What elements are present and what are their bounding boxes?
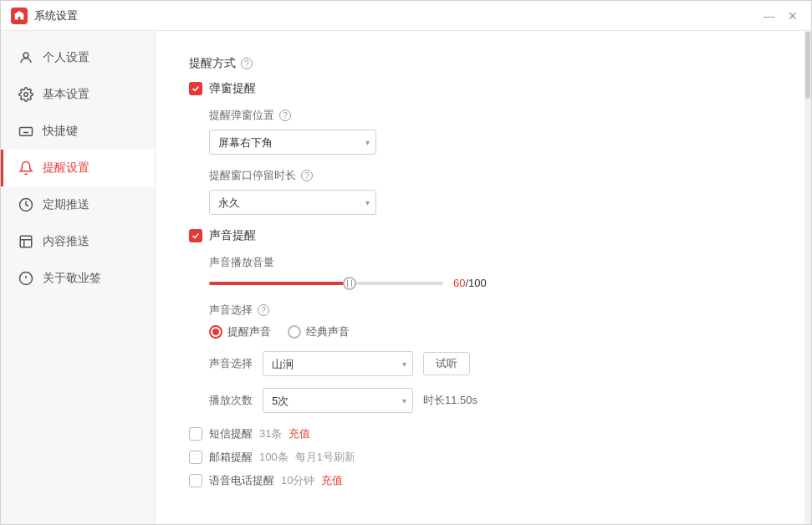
popup-reminder-checkbox[interactable] (189, 82, 202, 95)
scrollbar-thumb[interactable] (805, 32, 810, 99)
sound-volume-value: 60/100 (453, 277, 487, 289)
popup-duration-help-icon[interactable]: ? (301, 170, 313, 181)
sound-reminder-row: 声音提醒 (189, 228, 771, 243)
sidebar-item-reminder[interactable]: 提醒设置 (1, 150, 155, 186)
close-button[interactable]: ✕ (784, 8, 801, 24)
keyboard-icon (18, 123, 34, 140)
sound-select-label: 声音选择 (209, 356, 253, 371)
reminder-method-title: 提醒方式 ? (189, 56, 771, 71)
duration-text: 时长11.50s (423, 393, 477, 408)
sidebar-label-personal: 个人设置 (43, 50, 89, 65)
sms-reminder-checkbox[interactable] (189, 427, 202, 441)
sound-reminder-label: 声音提醒 (209, 228, 256, 243)
play-count-label: 播放次数 (209, 393, 253, 408)
sound-volume-fill (209, 282, 350, 285)
scrollbar[interactable] (804, 31, 811, 524)
info-icon (18, 270, 34, 287)
email-reminder-label: 邮箱提醒 (209, 450, 253, 465)
radio-classic-sound[interactable]: 经典声音 (288, 324, 350, 339)
sound-volume-slider-container: 60/100 (209, 277, 771, 289)
play-count-row: 播放次数 1次 2次 3次 5次 10次 ▾ 时长11.50s (209, 388, 771, 413)
voice-reminder-checkbox[interactable] (189, 474, 202, 487)
sound-select-row: 声音选择 山涧 清风 铃声 钢琴 ▾ 试听 (209, 351, 771, 376)
user-icon (18, 49, 34, 66)
svg-rect-2 (20, 128, 33, 136)
email-reminder-extra: 每月1号刷新 (295, 450, 355, 465)
sidebar-label-schedule: 定期推送 (43, 197, 89, 212)
popup-reminder-row: 弹窗提醒 (189, 81, 771, 96)
popup-duration-select[interactable]: 永久 5秒 10秒 30秒 1分钟 (209, 190, 376, 215)
svg-point-0 (23, 53, 28, 58)
sound-volume-section: 声音播放音量 60/100 (189, 255, 771, 289)
email-reminder-checkbox[interactable] (189, 451, 202, 464)
popup-position-select[interactable]: 屏幕右下角 屏幕左下角 屏幕右上角 屏幕左上角 (209, 130, 376, 155)
popup-duration-section: 提醒窗口停留时长 ? 永久 5秒 10秒 30秒 1分钟 ▾ (189, 168, 771, 215)
reminder-method-help-icon[interactable]: ? (241, 58, 253, 69)
sound-choice-help-icon[interactable]: ? (258, 304, 269, 316)
sound-select-wrapper: 山涧 清风 铃声 钢琴 ▾ (263, 351, 413, 376)
popup-position-help-icon[interactable]: ? (279, 110, 291, 121)
main-content: 个人设置 基本设置 快捷键 (1, 31, 811, 524)
sound-select[interactable]: 山涧 清风 铃声 钢琴 (263, 351, 413, 376)
popup-duration-select-wrapper: 永久 5秒 10秒 30秒 1分钟 ▾ (209, 190, 376, 215)
sidebar-label-basic: 基本设置 (43, 87, 89, 102)
radio-reminder-sound-label: 提醒声音 (227, 324, 271, 339)
popup-duration-label: 提醒窗口停留时长 ? (209, 168, 771, 183)
sidebar-item-about[interactable]: 关于敬业签 (1, 260, 155, 297)
window-title: 系统设置 (34, 8, 761, 23)
svg-point-1 (24, 93, 28, 97)
popup-position-select-wrapper: 屏幕右下角 屏幕左下角 屏幕右上角 屏幕左上角 ▾ (209, 130, 376, 155)
sound-choice-section: 声音选择 ? 提醒声音 经典声音 (189, 303, 771, 413)
sidebar-label-about: 关于敬业签 (43, 271, 101, 286)
popup-position-label: 提醒弹窗位置 ? (209, 108, 771, 123)
play-count-select[interactable]: 1次 2次 3次 5次 10次 (263, 388, 413, 413)
sidebar-item-schedule[interactable]: 定期推送 (1, 186, 155, 223)
email-reminder-row: 邮箱提醒 100条 每月1号刷新 (189, 450, 771, 465)
voice-reminder-row: 语音电话提醒 10分钟 充值 (189, 473, 771, 488)
play-count-select-wrapper: 1次 2次 3次 5次 10次 ▾ (263, 388, 413, 413)
sidebar-label-reminder: 提醒设置 (43, 161, 89, 176)
voice-reminder-count: 10分钟 (281, 473, 314, 488)
minimize-button[interactable]: — (761, 8, 778, 24)
sidebar: 个人设置 基本设置 快捷键 (1, 31, 156, 524)
clock-icon (18, 196, 34, 213)
sound-choice-radio-group: 提醒声音 经典声音 (209, 324, 771, 339)
content-area: 提醒方式 ? 弹窗提醒 提醒弹窗位置 ? 屏幕右下角 屏幕 (156, 31, 804, 524)
content-icon (18, 233, 34, 250)
sound-volume-track[interactable] (209, 282, 443, 285)
sound-volume-label: 声音播放音量 (209, 255, 771, 270)
bell-icon (18, 160, 34, 176)
sidebar-label-content: 内容推送 (43, 234, 89, 249)
try-button[interactable]: 试听 (423, 352, 470, 375)
app-icon (11, 8, 28, 24)
popup-position-section: 提醒弹窗位置 ? 屏幕右下角 屏幕左下角 屏幕右上角 屏幕左上角 ▾ (189, 108, 771, 155)
svg-rect-4 (20, 236, 32, 247)
sms-reminder-row: 短信提醒 31条 充值 (189, 426, 771, 441)
voice-recharge-link[interactable]: 充值 (321, 473, 343, 488)
title-bar: 系统设置 — ✕ (1, 1, 811, 31)
sidebar-item-basic[interactable]: 基本设置 (1, 76, 155, 113)
radio-reminder-sound-outer (209, 325, 222, 339)
voice-reminder-label: 语音电话提醒 (209, 473, 274, 488)
sound-choice-label: 声音选择 ? (209, 303, 771, 318)
sound-volume-thumb[interactable] (343, 277, 356, 290)
app-window: 系统设置 — ✕ 个人设置 基本 (0, 0, 812, 525)
sound-reminder-checkbox[interactable] (189, 229, 202, 242)
popup-reminder-label: 弹窗提醒 (209, 81, 256, 96)
sidebar-label-shortcut: 快捷键 (43, 124, 78, 139)
sidebar-item-shortcut[interactable]: 快捷键 (1, 113, 155, 150)
settings-icon (18, 86, 34, 103)
email-reminder-count: 100条 (259, 450, 289, 465)
radio-reminder-sound-inner (212, 329, 219, 335)
window-controls: — ✕ (761, 8, 801, 24)
radio-classic-sound-outer (288, 325, 301, 339)
sms-recharge-link[interactable]: 充值 (289, 426, 310, 441)
radio-classic-sound-label: 经典声音 (306, 324, 350, 339)
sms-reminder-label: 短信提醒 (209, 426, 253, 441)
sms-reminder-count: 31条 (259, 426, 282, 441)
sidebar-item-personal[interactable]: 个人设置 (1, 39, 155, 76)
sidebar-item-content[interactable]: 内容推送 (1, 223, 155, 260)
radio-reminder-sound[interactable]: 提醒声音 (209, 324, 271, 339)
